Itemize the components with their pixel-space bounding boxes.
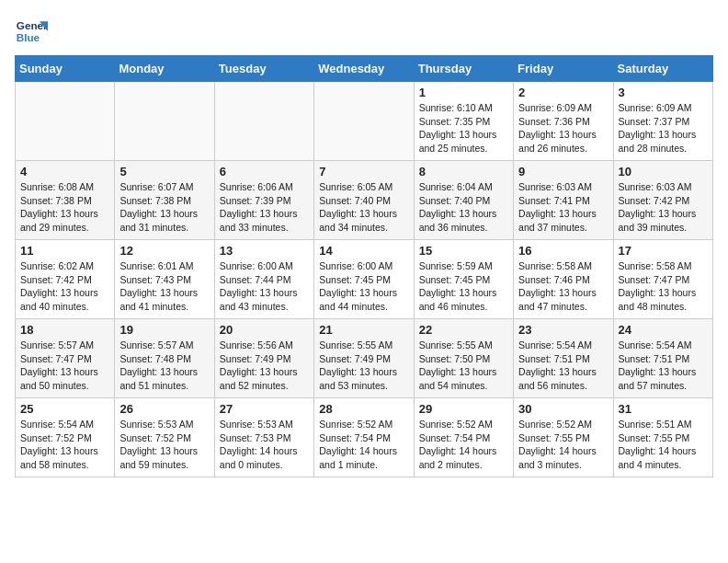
page-header: General Blue: [15, 15, 713, 48]
day-number: 17: [619, 244, 708, 258]
day-content: Sunrise: 6:05 AM Sunset: 7:40 PM Dayligh…: [319, 180, 408, 235]
day-content: Sunrise: 5:58 AM Sunset: 7:46 PM Dayligh…: [518, 259, 608, 314]
calendar-cell: 16Sunrise: 5:58 AM Sunset: 7:46 PM Dayli…: [514, 240, 613, 319]
week-row-5: 25Sunrise: 5:54 AM Sunset: 7:52 PM Dayli…: [16, 398, 713, 477]
day-content: Sunrise: 5:54 AM Sunset: 7:51 PM Dayligh…: [619, 339, 708, 393]
day-content: Sunrise: 6:06 AM Sunset: 7:39 PM Dayligh…: [220, 180, 309, 235]
calendar-cell: 31Sunrise: 5:51 AM Sunset: 7:55 PM Dayli…: [613, 398, 712, 477]
day-content: Sunrise: 5:57 AM Sunset: 7:48 PM Dayligh…: [119, 339, 209, 393]
calendar-cell: 1Sunrise: 6:10 AM Sunset: 7:35 PM Daylig…: [414, 82, 513, 161]
day-content: Sunrise: 6:07 AM Sunset: 7:38 PM Dayligh…: [119, 180, 209, 235]
day-number: 18: [20, 323, 109, 337]
calendar-cell: 25Sunrise: 5:54 AM Sunset: 7:52 PM Dayli…: [16, 398, 115, 477]
calendar-cell: 26Sunrise: 5:53 AM Sunset: 7:52 PM Dayli…: [115, 398, 214, 477]
day-number: 14: [319, 244, 408, 258]
calendar-cell: 29Sunrise: 5:52 AM Sunset: 7:54 PM Dayli…: [414, 398, 513, 477]
day-number: 9: [518, 165, 608, 178]
day-number: 5: [119, 165, 209, 178]
calendar-table: SundayMondayTuesdayWednesdayThursdayFrid…: [15, 55, 713, 477]
calendar-cell: [214, 82, 313, 161]
calendar-cell: 24Sunrise: 5:54 AM Sunset: 7:51 PM Dayli…: [613, 319, 712, 398]
col-header-sunday: Sunday: [16, 56, 115, 82]
calendar-cell: 3Sunrise: 6:09 AM Sunset: 7:37 PM Daylig…: [613, 82, 712, 161]
week-row-2: 4Sunrise: 6:08 AM Sunset: 7:38 PM Daylig…: [16, 161, 713, 240]
calendar-cell: 17Sunrise: 5:58 AM Sunset: 7:47 PM Dayli…: [613, 240, 712, 319]
day-number: 3: [619, 86, 708, 99]
day-number: 8: [419, 165, 508, 178]
day-content: Sunrise: 6:00 AM Sunset: 7:45 PM Dayligh…: [319, 259, 408, 314]
day-number: 19: [119, 323, 209, 337]
col-header-friday: Friday: [514, 56, 613, 82]
col-header-wednesday: Wednesday: [314, 56, 414, 82]
day-number: 29: [419, 402, 508, 416]
day-number: 6: [220, 165, 309, 178]
day-content: Sunrise: 5:55 AM Sunset: 7:50 PM Dayligh…: [419, 339, 508, 393]
col-header-tuesday: Tuesday: [214, 56, 313, 82]
day-number: 28: [319, 402, 408, 416]
day-number: 16: [518, 244, 608, 258]
calendar-cell: 30Sunrise: 5:52 AM Sunset: 7:55 PM Dayli…: [514, 398, 613, 477]
calendar-cell: 18Sunrise: 5:57 AM Sunset: 7:47 PM Dayli…: [16, 319, 115, 398]
day-number: 11: [20, 244, 109, 258]
day-number: 21: [319, 323, 408, 337]
col-header-thursday: Thursday: [414, 56, 513, 82]
week-row-1: 1Sunrise: 6:10 AM Sunset: 7:35 PM Daylig…: [16, 82, 713, 161]
calendar-cell: 27Sunrise: 5:53 AM Sunset: 7:53 PM Dayli…: [214, 398, 313, 477]
calendar-cell: 22Sunrise: 5:55 AM Sunset: 7:50 PM Dayli…: [414, 319, 513, 398]
day-content: Sunrise: 5:55 AM Sunset: 7:49 PM Dayligh…: [319, 339, 408, 393]
day-content: Sunrise: 5:54 AM Sunset: 7:51 PM Dayligh…: [518, 339, 608, 393]
day-number: 27: [220, 402, 309, 416]
calendar-cell: 14Sunrise: 6:00 AM Sunset: 7:45 PM Dayli…: [314, 240, 414, 319]
calendar-cell: 20Sunrise: 5:56 AM Sunset: 7:49 PM Dayli…: [214, 319, 313, 398]
col-header-saturday: Saturday: [613, 56, 712, 82]
calendar-cell: 19Sunrise: 5:57 AM Sunset: 7:48 PM Dayli…: [115, 319, 214, 398]
day-number: 26: [119, 402, 209, 416]
week-row-3: 11Sunrise: 6:02 AM Sunset: 7:42 PM Dayli…: [16, 240, 713, 319]
day-content: Sunrise: 5:52 AM Sunset: 7:54 PM Dayligh…: [419, 418, 508, 472]
calendar-cell: 15Sunrise: 5:59 AM Sunset: 7:45 PM Dayli…: [414, 240, 513, 319]
day-content: Sunrise: 5:51 AM Sunset: 7:55 PM Dayligh…: [619, 418, 708, 472]
day-content: Sunrise: 5:57 AM Sunset: 7:47 PM Dayligh…: [20, 339, 109, 393]
day-number: 15: [419, 244, 508, 258]
calendar-cell: 12Sunrise: 6:01 AM Sunset: 7:43 PM Dayli…: [115, 240, 214, 319]
calendar-cell: 13Sunrise: 6:00 AM Sunset: 7:44 PM Dayli…: [214, 240, 313, 319]
day-number: 7: [319, 165, 408, 178]
calendar-cell: 8Sunrise: 6:04 AM Sunset: 7:40 PM Daylig…: [414, 161, 513, 240]
day-number: 1: [419, 86, 508, 99]
day-number: 23: [518, 323, 608, 337]
calendar-cell: 7Sunrise: 6:05 AM Sunset: 7:40 PM Daylig…: [314, 161, 414, 240]
calendar-cell: 6Sunrise: 6:06 AM Sunset: 7:39 PM Daylig…: [214, 161, 313, 240]
day-number: 22: [419, 323, 508, 337]
week-row-4: 18Sunrise: 5:57 AM Sunset: 7:47 PM Dayli…: [16, 319, 713, 398]
day-content: Sunrise: 6:09 AM Sunset: 7:37 PM Dayligh…: [619, 101, 708, 155]
calendar-cell: 23Sunrise: 5:54 AM Sunset: 7:51 PM Dayli…: [514, 319, 613, 398]
day-number: 13: [220, 244, 309, 258]
calendar-cell: 2Sunrise: 6:09 AM Sunset: 7:36 PM Daylig…: [514, 82, 613, 161]
day-content: Sunrise: 5:53 AM Sunset: 7:52 PM Dayligh…: [119, 418, 209, 472]
day-content: Sunrise: 5:52 AM Sunset: 7:54 PM Dayligh…: [319, 418, 408, 472]
day-content: Sunrise: 6:02 AM Sunset: 7:42 PM Dayligh…: [20, 259, 109, 314]
calendar-cell: 10Sunrise: 6:03 AM Sunset: 7:42 PM Dayli…: [613, 161, 712, 240]
calendar-cell: [16, 82, 115, 161]
day-number: 12: [119, 244, 209, 258]
logo-icon: General Blue: [15, 15, 48, 48]
day-content: Sunrise: 6:01 AM Sunset: 7:43 PM Dayligh…: [119, 259, 209, 314]
day-number: 20: [220, 323, 309, 337]
day-number: 30: [518, 402, 608, 416]
day-content: Sunrise: 6:10 AM Sunset: 7:35 PM Dayligh…: [419, 101, 508, 155]
day-content: Sunrise: 5:58 AM Sunset: 7:47 PM Dayligh…: [619, 259, 708, 314]
calendar-cell: 11Sunrise: 6:02 AM Sunset: 7:42 PM Dayli…: [16, 240, 115, 319]
day-content: Sunrise: 6:00 AM Sunset: 7:44 PM Dayligh…: [220, 259, 309, 314]
header-row: SundayMondayTuesdayWednesdayThursdayFrid…: [16, 56, 713, 82]
day-content: Sunrise: 5:52 AM Sunset: 7:55 PM Dayligh…: [518, 418, 608, 472]
day-number: 4: [20, 165, 109, 178]
day-content: Sunrise: 6:04 AM Sunset: 7:40 PM Dayligh…: [419, 180, 508, 235]
day-number: 2: [518, 86, 608, 99]
calendar-cell: [115, 82, 214, 161]
day-content: Sunrise: 6:09 AM Sunset: 7:36 PM Dayligh…: [518, 101, 608, 155]
logo: General Blue: [15, 15, 48, 48]
day-number: 31: [619, 402, 708, 416]
calendar-cell: 5Sunrise: 6:07 AM Sunset: 7:38 PM Daylig…: [115, 161, 214, 240]
day-number: 10: [619, 165, 708, 178]
day-content: Sunrise: 5:56 AM Sunset: 7:49 PM Dayligh…: [220, 339, 309, 393]
